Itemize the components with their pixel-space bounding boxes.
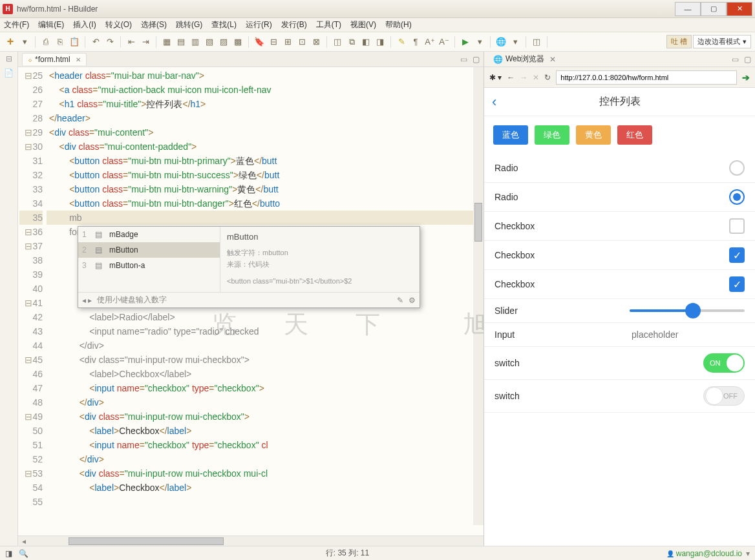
view-mode-dropdown[interactable]: 边改边看模式 ▾ bbox=[693, 35, 751, 48]
checkbox-label: Checkbox bbox=[494, 221, 729, 231]
grid5-icon[interactable]: ▨ bbox=[217, 36, 230, 48]
outdent-icon[interactable]: ⇤ bbox=[125, 36, 138, 48]
checkbox-label: Checkbox bbox=[494, 279, 729, 289]
gutter-icon[interactable]: 📄 bbox=[4, 68, 14, 78]
paste-icon[interactable]: 📋 bbox=[68, 36, 81, 48]
preview-tab-browser[interactable]: 🌐 Web浏览器 ✕ bbox=[488, 52, 561, 66]
checkbox-input-checked[interactable]: ✓ bbox=[729, 276, 745, 292]
menu-view[interactable]: 视图(V) bbox=[350, 19, 376, 30]
status-icon[interactable]: ◨ bbox=[5, 549, 12, 558]
redo-icon[interactable]: ↷ bbox=[103, 36, 116, 48]
editor-tab-form[interactable]: ⬦ *form.html ✕ bbox=[22, 53, 87, 65]
autocomplete-item-selected[interactable]: 2▤mButton bbox=[78, 242, 220, 258]
status-icon[interactable]: 🔍 bbox=[19, 549, 28, 558]
save-icon[interactable]: ⎙ bbox=[39, 36, 52, 48]
run-icon[interactable]: ▶ bbox=[459, 36, 472, 48]
menu-help[interactable]: 帮助(H) bbox=[385, 19, 412, 30]
col1-icon[interactable]: ◫ bbox=[331, 36, 344, 48]
back-icon[interactable]: ← bbox=[507, 73, 515, 82]
chrome-icon[interactable]: 🌐 bbox=[494, 36, 507, 48]
checkbox-label: Checkbox bbox=[494, 250, 729, 260]
menu-publish[interactable]: 发行(B) bbox=[281, 19, 307, 30]
text-input[interactable] bbox=[632, 329, 745, 340]
bookmark-icon[interactable]: 🔖 bbox=[253, 36, 266, 48]
pin2-icon[interactable]: ⊞ bbox=[281, 36, 294, 48]
dropdown-icon[interactable]: ▾ bbox=[746, 549, 750, 558]
run-drop-icon[interactable]: ▾ bbox=[473, 36, 486, 48]
undo-icon[interactable]: ↶ bbox=[89, 36, 102, 48]
btn-red[interactable]: 红色 bbox=[617, 125, 652, 145]
minimize-button[interactable]: — bbox=[675, 2, 701, 16]
btn-blue[interactable]: 蓝色 bbox=[493, 125, 528, 145]
switch-label: switch bbox=[494, 358, 703, 368]
dropdown-icon[interactable]: ▾ bbox=[18, 36, 31, 48]
col2-icon[interactable]: ⧉ bbox=[345, 36, 358, 48]
slider-label: Slider bbox=[494, 306, 610, 316]
checkbox-input-checked[interactable]: ✓ bbox=[729, 247, 745, 263]
panel-icon[interactable]: ◫ bbox=[530, 36, 543, 48]
switch-off[interactable]: OFF bbox=[703, 386, 745, 406]
col4-icon[interactable]: ◨ bbox=[374, 36, 387, 48]
user-account[interactable]: wangan@dcloud.io bbox=[666, 549, 742, 558]
gutter-icon[interactable]: ⊟ bbox=[6, 54, 12, 63]
grid6-icon[interactable]: ▩ bbox=[231, 36, 244, 48]
forward-icon[interactable]: → bbox=[520, 73, 527, 82]
menu-insert[interactable]: 插入(I) bbox=[73, 19, 96, 30]
menu-select[interactable]: 选择(S) bbox=[141, 19, 167, 30]
close-button[interactable]: ✕ bbox=[727, 2, 752, 16]
checkbox-input[interactable] bbox=[729, 218, 745, 234]
grid2-icon[interactable]: ▤ bbox=[175, 36, 187, 48]
radio-input[interactable] bbox=[729, 160, 745, 176]
btn-yellow[interactable]: 黄色 bbox=[576, 125, 611, 145]
grid4-icon[interactable]: ▧ bbox=[203, 36, 216, 48]
close-tab-icon[interactable]: ✕ bbox=[76, 56, 81, 63]
slider-input[interactable] bbox=[630, 309, 745, 312]
stop-icon[interactable]: ✕ bbox=[533, 73, 539, 82]
save-all-icon[interactable]: ⎘ bbox=[54, 36, 67, 48]
chrome-drop-icon[interactable]: ▾ bbox=[509, 36, 522, 48]
menu-file[interactable]: 文件(F) bbox=[4, 19, 29, 30]
autocomplete-item[interactable]: 3▤mButton-a bbox=[78, 258, 220, 273]
feedback-button[interactable]: 吐 槽 bbox=[666, 35, 692, 48]
col3-icon[interactable]: ◧ bbox=[359, 36, 372, 48]
url-input[interactable] bbox=[556, 70, 737, 85]
btn-green[interactable]: 绿色 bbox=[535, 125, 569, 145]
new-icon[interactable]: + bbox=[4, 36, 17, 48]
switch-on[interactable]: ON bbox=[703, 353, 745, 373]
font-dec-icon[interactable]: A⁻ bbox=[438, 36, 451, 48]
menu-tools[interactable]: 工具(T) bbox=[316, 19, 341, 30]
minimize-panel-icon[interactable]: ▭ bbox=[732, 55, 739, 64]
autocomplete-popup: 1▤mBadge 2▤mButton 3▤mButton-a mButton 触… bbox=[78, 226, 420, 308]
grid1-icon[interactable]: ▦ bbox=[160, 36, 173, 48]
autocomplete-item[interactable]: 1▤mBadge bbox=[78, 227, 220, 242]
vertical-scrollbar[interactable] bbox=[473, 67, 484, 525]
menu-escape[interactable]: 转义(O) bbox=[105, 19, 132, 30]
go-icon[interactable]: ➔ bbox=[742, 72, 750, 83]
highlight-icon[interactable]: ✎ bbox=[395, 36, 408, 48]
grid3-icon[interactable]: ▥ bbox=[189, 36, 202, 48]
maximize-panel-icon[interactable]: ▢ bbox=[473, 55, 480, 64]
maximize-panel-icon[interactable]: ▢ bbox=[744, 55, 751, 64]
maximize-button[interactable]: ▢ bbox=[701, 2, 727, 16]
pin3-icon[interactable]: ⊡ bbox=[295, 36, 308, 48]
close-tab-icon[interactable]: ✕ bbox=[549, 55, 556, 64]
font-inc-icon[interactable]: A⁺ bbox=[423, 36, 436, 48]
para-icon[interactable]: ¶ bbox=[409, 36, 422, 48]
gear-icon[interactable]: ✱ ▾ bbox=[489, 73, 502, 82]
gear-icon[interactable]: ⚙ bbox=[409, 296, 416, 305]
refresh-icon[interactable]: ↻ bbox=[544, 73, 551, 82]
minimize-panel-icon[interactable]: ▭ bbox=[460, 55, 467, 64]
menu-find[interactable]: 查找(L) bbox=[211, 19, 237, 30]
back-chevron-icon[interactable]: ‹ bbox=[492, 94, 496, 110]
page-title: 控件列表 bbox=[599, 95, 641, 109]
radio-input-checked[interactable] bbox=[729, 189, 745, 205]
cursor-position: 行: 35 列: 11 bbox=[28, 548, 666, 559]
pin4-icon[interactable]: ⊠ bbox=[310, 36, 323, 48]
menu-run[interactable]: 运行(R) bbox=[246, 19, 272, 30]
pin1-icon[interactable]: ⊟ bbox=[267, 36, 280, 48]
menu-goto[interactable]: 跳转(G) bbox=[176, 19, 202, 30]
menu-edit[interactable]: 编辑(E) bbox=[38, 19, 64, 30]
edit-icon[interactable]: ✎ bbox=[397, 296, 403, 305]
horizontal-scrollbar[interactable]: ◂ bbox=[18, 535, 484, 546]
indent-icon[interactable]: ⇥ bbox=[139, 36, 152, 48]
